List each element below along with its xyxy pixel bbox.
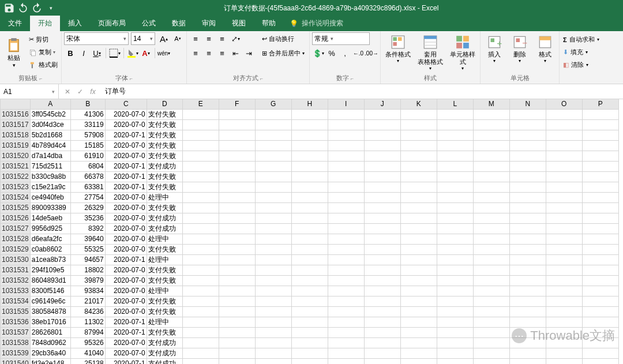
cell[interactable] — [400, 140, 437, 151]
cell[interactable]: 66378 — [70, 171, 105, 182]
cell[interactable] — [364, 140, 400, 151]
cell[interactable] — [364, 161, 400, 171]
cell[interactable] — [437, 140, 473, 151]
cell[interactable] — [473, 182, 509, 192]
cell[interactable] — [291, 161, 328, 171]
cell[interactable] — [219, 130, 255, 140]
cell[interactable] — [182, 254, 219, 265]
cell[interactable] — [364, 337, 400, 348]
cell[interactable] — [437, 109, 473, 119]
cell[interactable] — [473, 296, 509, 306]
cell[interactable] — [291, 286, 328, 296]
cell[interactable]: 63381 — [70, 182, 105, 192]
cell[interactable]: 2020-07-0 — [105, 223, 147, 234]
cell[interactable] — [400, 130, 437, 140]
format-painter-button[interactable]: 格式刷 — [28, 59, 59, 71]
cell[interactable] — [328, 213, 364, 223]
row-header[interactable]: 1031535 — [1, 306, 31, 317]
cell[interactable] — [473, 348, 509, 358]
cell[interactable] — [328, 317, 364, 327]
cell[interactable]: 支付失败 — [147, 244, 182, 254]
row-header[interactable]: 1031540 — [1, 358, 31, 364]
cell[interactable]: 支付成功 — [147, 161, 182, 171]
col-header-D[interactable]: D — [147, 99, 182, 109]
cell[interactable] — [182, 151, 219, 161]
cell[interactable] — [291, 337, 328, 348]
cell[interactable] — [364, 202, 400, 213]
cell[interactable] — [400, 244, 437, 254]
align-right-button[interactable]: ≡ — [216, 47, 228, 59]
cell[interactable]: 25138 — [70, 358, 105, 364]
cell[interactable] — [473, 306, 509, 317]
cell[interactable] — [400, 286, 437, 296]
cell[interactable] — [291, 119, 328, 130]
cell[interactable]: 5b2d1668 — [30, 130, 70, 140]
cell[interactable] — [546, 119, 582, 130]
cell[interactable] — [437, 234, 473, 244]
cell[interactable] — [291, 223, 328, 234]
cell[interactable] — [328, 337, 364, 348]
cell[interactable] — [582, 119, 618, 130]
cell[interactable]: 2020-07-0 — [105, 109, 147, 119]
cell[interactable] — [473, 244, 509, 254]
cell[interactable] — [182, 348, 219, 358]
cell[interactable] — [437, 358, 473, 364]
cell[interactable] — [582, 182, 618, 192]
cell[interactable]: 6804 — [70, 161, 105, 171]
cell[interactable] — [509, 151, 546, 161]
cell[interactable] — [400, 254, 437, 265]
cell[interactable] — [546, 275, 582, 286]
cell[interactable]: 8300f5146 — [30, 286, 70, 296]
cell[interactable] — [582, 327, 618, 337]
cell[interactable] — [546, 254, 582, 265]
cell[interactable]: 处理中 — [147, 254, 182, 265]
row-header[interactable]: 1031539 — [1, 348, 31, 358]
cell[interactable] — [546, 192, 582, 202]
cell[interactable] — [437, 337, 473, 348]
clipboard-dialog-launcher[interactable]: ⌐ — [39, 76, 42, 81]
cell[interactable] — [437, 244, 473, 254]
cell[interactable]: 2020-07-0 — [105, 192, 147, 202]
cell[interactable] — [546, 358, 582, 364]
orientation-button[interactable]: ⤢▾ — [229, 32, 242, 45]
cell[interactable] — [473, 161, 509, 171]
cell[interactable] — [400, 317, 437, 327]
cell[interactable]: 2020-07-1 — [105, 161, 147, 171]
cell[interactable] — [291, 234, 328, 244]
cell[interactable] — [182, 140, 219, 151]
cell[interactable] — [328, 234, 364, 244]
cell[interactable]: 2020-07-0 — [105, 348, 147, 358]
cell[interactable] — [437, 254, 473, 265]
cell[interactable]: 3ff0545cb2 — [30, 109, 70, 119]
col-header-K[interactable]: K — [400, 99, 437, 109]
cell[interactable]: 支付成功 — [147, 223, 182, 234]
cell[interactable] — [582, 306, 618, 317]
cell[interactable] — [328, 244, 364, 254]
cell[interactable] — [291, 182, 328, 192]
cell[interactable]: 57908 — [70, 130, 105, 140]
cell[interactable]: 2020-07-0 — [105, 265, 147, 275]
cell[interactable] — [546, 213, 582, 223]
row-header[interactable]: 1031521 — [1, 161, 31, 171]
cell[interactable]: 84236 — [70, 306, 105, 317]
cell[interactable] — [328, 327, 364, 337]
cell[interactable] — [473, 317, 509, 327]
cell[interactable] — [182, 358, 219, 364]
cell[interactable] — [219, 182, 255, 192]
cell[interactable] — [437, 202, 473, 213]
cell[interactable] — [255, 327, 291, 337]
cell[interactable] — [291, 254, 328, 265]
cell[interactable] — [509, 130, 546, 140]
paste-button[interactable]: 粘贴 ▾ — [2, 33, 25, 72]
cell[interactable] — [473, 171, 509, 182]
row-header[interactable]: 1031529 — [1, 244, 31, 254]
cell[interactable] — [255, 109, 291, 119]
cell[interactable] — [473, 358, 509, 364]
cell[interactable] — [291, 202, 328, 213]
cell[interactable] — [291, 171, 328, 182]
underline-button[interactable]: U▾ — [91, 47, 103, 59]
cell[interactable]: a1cea8b73 — [30, 254, 70, 265]
cell[interactable] — [509, 171, 546, 182]
accounting-button[interactable]: 💲▾ — [312, 47, 325, 59]
cell[interactable]: 2020-07-1 — [105, 317, 147, 327]
